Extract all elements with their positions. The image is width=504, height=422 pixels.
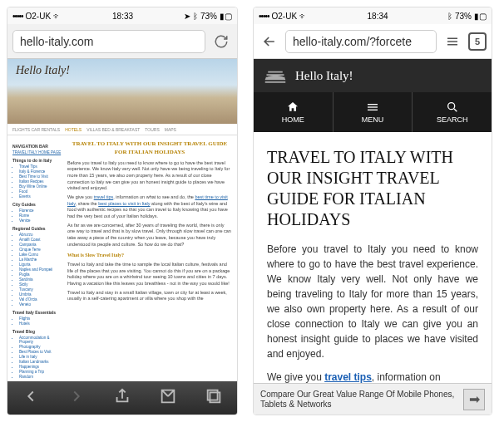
home-link[interactable]: TRAVEL ITALY HOME PAGE [12, 150, 62, 155]
list-item[interactable]: Puglia [19, 272, 62, 277]
battery-percent: 73% [200, 12, 217, 21]
page-content: Hello Italy! HOME MENU SEARCH TRAVEL TO … [254, 59, 492, 415]
site-name: Hello Italy! [295, 69, 353, 83]
list-item[interactable]: Cinque Terre [19, 248, 62, 252]
url-field[interactable]: hello-italy.com [12, 30, 205, 53]
list-item[interactable]: Photography [19, 345, 62, 349]
list-item[interactable]: Buy Wine Online [19, 184, 62, 189]
list-item[interactable]: Best Time to Visit [19, 174, 62, 179]
tabs-button[interactable]: 5 [468, 32, 487, 51]
svg-rect-3 [447, 41, 457, 42]
status-bar: ••••• O2-UK ᯤ 18:33 ➤ ᛒ 73% ▮▢ [7, 7, 237, 24]
para-1: Before you travel to Italy you need to k… [67, 160, 232, 192]
list-item[interactable]: Life in Italy [19, 355, 62, 359]
list-item[interactable]: Hotels [19, 321, 62, 326]
city-title: City Guides [12, 202, 62, 207]
colosseum-icon [264, 67, 287, 84]
list-item[interactable]: Naples and Pompeii [19, 267, 62, 272]
list-item[interactable]: Abruzzo [19, 233, 62, 237]
tabs-button[interactable] [205, 387, 223, 409]
back-button[interactable] [22, 387, 40, 409]
list-item[interactable]: Events [19, 194, 62, 199]
signal-icon: ••••• [12, 12, 23, 21]
svg-rect-1 [208, 390, 218, 400]
nav-home-label: HOME [282, 115, 304, 124]
url-text: hello-italy.com [20, 35, 93, 48]
subheading: What is Slow Travel Italy? [67, 252, 232, 258]
carrier-label: O2-UK [272, 12, 298, 21]
battery-icon: ▮▢ [474, 12, 487, 21]
list-item[interactable]: La Marche [19, 258, 62, 262]
list-item[interactable]: Italy & Florence [19, 169, 62, 174]
nav-bar-title: NAVIGATION BAR [12, 144, 62, 149]
article-title: TRAVEL TO ITALY WITH OUR INSIGHT TRAVEL … [267, 147, 478, 230]
article-title: TRAVEL TO ITALY WITH OUR INSIGHT TRAVEL … [67, 140, 232, 157]
tab-villas[interactable]: VILLAS BED & BREAKFAST [86, 127, 140, 132]
safari-toolbar [7, 381, 237, 415]
share-button[interactable] [113, 387, 131, 409]
regional-list: AbruzzoAmalfi CoastCampaniaCinque TerreL… [12, 233, 62, 307]
bluetooth-icon: ᛒ [447, 12, 452, 21]
list-item[interactable]: Random [19, 375, 62, 379]
menu-button[interactable] [442, 31, 463, 52]
travel-tips-link[interactable]: travel tips [324, 371, 372, 383]
ad-arrow-button[interactable]: ➡ [463, 389, 485, 410]
forward-button[interactable] [67, 387, 86, 409]
status-bar: ••••• O2-UK ᯤ 18:34 ᛒ 73% ▮▢ [254, 7, 492, 24]
list-item[interactable]: Food [19, 189, 62, 194]
best-places-link[interactable]: best places to visit in Italy [98, 201, 150, 206]
tab-tours[interactable]: TOURS [145, 127, 159, 132]
svg-rect-7 [368, 110, 378, 110]
travel-tips-link[interactable]: travel tips [94, 194, 114, 199]
list-item[interactable]: Florence [19, 209, 62, 213]
url-field[interactable]: hello-italy.com/?forcete [285, 30, 437, 53]
svg-rect-5 [368, 104, 378, 105]
ad-banner[interactable]: Compare Our Great Value Range Of Mobile … [254, 383, 492, 415]
list-item[interactable]: Italian Landmarks [19, 360, 62, 364]
battery-icon: ▮▢ [220, 12, 232, 21]
battery-percent: 73% [455, 12, 472, 21]
list-item[interactable]: Accommodation & Property [19, 336, 62, 344]
nav-home[interactable]: HOME [254, 92, 334, 132]
nav-menu[interactable]: MENU [334, 92, 413, 132]
para-2: We give you travel tips, information on … [67, 194, 232, 220]
clock: 18:34 [368, 12, 388, 21]
nav-search[interactable]: SEARCH [413, 92, 492, 132]
list-item[interactable]: Val d'Orcia [19, 297, 62, 302]
para-1: Before you travel to Italy you need to k… [267, 242, 478, 361]
tab-hotels[interactable]: HOTELS [65, 127, 82, 132]
site-nav: HOME MENU SEARCH [254, 92, 492, 132]
list-item[interactable]: Happenings [19, 365, 62, 369]
list-item[interactable]: Planning a Trip [19, 370, 62, 374]
list-item[interactable]: Lake Como [19, 253, 62, 257]
para-4: Travel to Italy and take the time to sam… [67, 262, 232, 287]
list-item[interactable]: Umbria [19, 292, 62, 297]
list-item[interactable]: Veneto [19, 302, 62, 307]
back-button[interactable] [259, 31, 280, 52]
reload-button[interactable] [210, 31, 232, 52]
list-item[interactable]: Sardinia [19, 277, 62, 282]
clock: 18:33 [112, 12, 133, 21]
list-item[interactable]: Campania [19, 243, 62, 247]
page-content: Hello Italy! FLIGHTS CAR RENTALS HOTELS … [7, 59, 237, 381]
article-body: TRAVEL TO ITALY WITH OUR INSIGHT TRAVEL … [67, 140, 232, 381]
list-item[interactable]: Travel Tips [19, 164, 62, 169]
hero-image: Hello Italy! [7, 59, 237, 124]
list-item[interactable]: Flights [19, 316, 62, 321]
list-item[interactable]: Sicily [19, 282, 62, 287]
site-tabs: FLIGHTS CAR RENTALS HOTELS VILLAS BED & … [7, 124, 237, 135]
url-text: hello-italy.com/?forcete [293, 35, 412, 48]
bookmarks-button[interactable] [159, 387, 177, 409]
list-item[interactable]: Rome [19, 213, 62, 218]
list-item[interactable]: Tuscany [19, 287, 62, 292]
wifi-icon: ᯤ [53, 12, 62, 21]
list-item[interactable]: Liguria [19, 263, 62, 267]
list-item[interactable]: Italian Recipes [19, 179, 62, 184]
list-item[interactable]: Best Places to Visit [19, 350, 62, 354]
ad-text: Compare Our Great Value Range Of Mobile … [260, 390, 457, 410]
list-item[interactable]: Venice [19, 218, 62, 223]
tab-flights[interactable]: FLIGHTS CAR RENTALS [12, 127, 60, 132]
list-item[interactable]: Amalfi Coast [19, 238, 62, 242]
tab-maps[interactable]: MAPS [165, 127, 176, 132]
phone-chrome: ••••• O2-UK ᯤ 18:34 ᛒ 73% ▮▢ hello-italy… [253, 7, 492, 415]
